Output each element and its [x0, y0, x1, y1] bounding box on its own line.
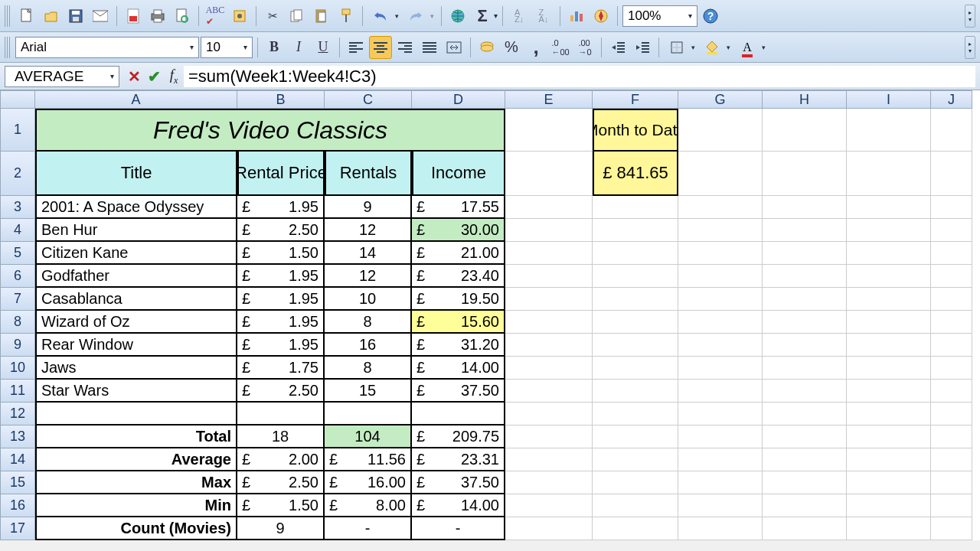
cell-title[interactable]: Wizard of Oz	[35, 311, 237, 334]
row-header[interactable]: 9	[0, 334, 35, 357]
cut-icon[interactable]: ✂	[261, 5, 284, 28]
row-header[interactable]: 13	[0, 425, 35, 448]
col-header-G[interactable]: G	[678, 90, 763, 109]
email-icon[interactable]	[89, 5, 112, 28]
cell-income[interactable]: £31.20	[412, 334, 505, 357]
cell-rentals[interactable]: 9	[325, 196, 412, 219]
cell-price[interactable]: £1.75	[237, 357, 325, 380]
increase-indent-button[interactable]	[631, 36, 654, 59]
cell-rentals[interactable]: 12	[325, 219, 412, 242]
row-header[interactable]: 2	[0, 152, 35, 196]
cell-income[interactable]: £23.40	[412, 265, 505, 288]
function-wizard-button[interactable]: fx	[164, 67, 184, 86]
header-price[interactable]: Rental Price	[237, 152, 325, 196]
cell-price[interactable]: £2.50	[237, 219, 325, 242]
row-header[interactable]: 14	[0, 448, 35, 471]
row-header[interactable]: 16	[0, 494, 35, 517]
decrease-decimal-button[interactable]: .00→0	[573, 36, 596, 59]
cell-rentals[interactable]: 8	[325, 311, 412, 334]
cell-income[interactable]: £37.50	[412, 380, 505, 403]
cell-rentals[interactable]: 8	[325, 357, 412, 380]
row-header[interactable]: 17	[0, 517, 35, 540]
row-header[interactable]: 1	[0, 109, 35, 152]
summary-label[interactable]: Max	[35, 471, 237, 494]
cell-price[interactable]: £2.50	[237, 380, 325, 403]
cell-rentals[interactable]: 10	[325, 288, 412, 311]
col-header-F[interactable]: F	[593, 90, 678, 109]
cell-title[interactable]: Rear Window	[35, 334, 237, 357]
row-header[interactable]: 6	[0, 265, 35, 288]
redo-button[interactable]	[403, 5, 436, 28]
cell-price[interactable]: £1.95	[237, 288, 325, 311]
cancel-button[interactable]: ✕	[124, 67, 144, 86]
summary-label[interactable]: Min	[35, 494, 237, 517]
col-header-C[interactable]: C	[325, 90, 412, 109]
summary-label[interactable]: Count (Movies)	[35, 517, 237, 540]
cell-price[interactable]: £1.95	[237, 196, 325, 219]
navigator-icon[interactable]	[590, 5, 612, 28]
print-icon[interactable]	[146, 5, 169, 28]
mtd-value[interactable]: £ 841.65	[593, 152, 678, 196]
copy-icon[interactable]	[286, 5, 309, 28]
underline-button[interactable]: U	[312, 36, 335, 59]
cell-title[interactable]: Ben Hur	[35, 219, 237, 242]
print-preview-icon[interactable]	[171, 5, 194, 28]
align-left-button[interactable]	[345, 36, 368, 59]
cell-title[interactable]: Casablanca	[35, 288, 237, 311]
col-header-A[interactable]: A	[35, 90, 237, 109]
row-header[interactable]: 10	[0, 357, 35, 380]
select-all-corner[interactable]	[0, 90, 35, 109]
thousands-sep-button[interactable]: ,	[524, 36, 547, 59]
font-color-button[interactable]: A	[734, 36, 768, 59]
cell-income[interactable]: £14.00	[412, 357, 505, 380]
cell-title[interactable]: Jaws	[35, 357, 237, 380]
row-header[interactable]: 11	[0, 380, 35, 403]
undo-button[interactable]	[368, 5, 401, 28]
row-header[interactable]: 12	[0, 403, 35, 425]
sheet-title[interactable]: Fred's Video Classics	[35, 109, 505, 152]
col-header-E[interactable]: E	[505, 90, 593, 109]
cell-income[interactable]: £17.55	[412, 196, 505, 219]
cell-title[interactable]: Star Wars	[35, 380, 237, 403]
cell-title[interactable]: Godfather	[35, 265, 237, 288]
toolbar-overflow[interactable]: ▸▾	[965, 5, 975, 28]
format-paint-icon[interactable]	[335, 5, 358, 28]
mtd-label[interactable]: Month to Date	[593, 109, 678, 152]
cell-rentals[interactable]: 16	[325, 334, 412, 357]
header-rentals[interactable]: Rentals	[325, 152, 412, 196]
save-icon[interactable]	[64, 5, 87, 28]
toolbar-handle[interactable]	[5, 37, 11, 58]
toolbar-handle[interactable]	[5, 5, 11, 27]
row-header[interactable]: 8	[0, 311, 35, 334]
hyperlink-icon[interactable]	[446, 5, 469, 28]
align-center-button[interactable]	[369, 36, 392, 59]
name-box[interactable]: AVERAGE▾	[5, 66, 119, 87]
align-right-button[interactable]	[394, 36, 416, 59]
new-doc-icon[interactable]	[15, 5, 38, 28]
row-header[interactable]: 15	[0, 471, 35, 494]
row-header[interactable]: 3	[0, 196, 35, 219]
font-size-combo[interactable]: 10▾	[201, 37, 253, 58]
increase-decimal-button[interactable]: .0←00	[549, 36, 572, 59]
sort-desc-icon[interactable]: ZA↓	[532, 5, 555, 28]
accept-button[interactable]: ✔	[144, 67, 164, 86]
cell-income[interactable]: £30.00	[412, 219, 505, 242]
sum-icon[interactable]: Σ	[471, 5, 494, 28]
row-header[interactable]: 4	[0, 219, 35, 242]
font-name-combo[interactable]: Arial▾	[15, 37, 199, 58]
help-icon[interactable]: ?	[699, 5, 722, 28]
formula-input[interactable]	[184, 66, 975, 87]
cell-title[interactable]: Citizen Kane	[35, 242, 237, 265]
spellcheck-icon[interactable]: ABC✔	[204, 5, 227, 28]
col-header-I[interactable]: I	[847, 90, 931, 109]
zoom-combo[interactable]: 100%▾	[622, 5, 697, 27]
bold-button[interactable]: B	[263, 36, 286, 59]
merge-cells-button[interactable]	[443, 36, 466, 59]
spreadsheet-grid[interactable]: A B C D E F G H I J 1 Fred's Video Class…	[0, 90, 980, 540]
row-header[interactable]: 5	[0, 242, 35, 265]
cell-price[interactable]: £1.95	[237, 311, 325, 334]
chart-icon[interactable]	[565, 5, 588, 28]
paste-icon[interactable]	[310, 5, 333, 28]
borders-button[interactable]	[664, 36, 697, 59]
decrease-indent-button[interactable]	[606, 36, 629, 59]
